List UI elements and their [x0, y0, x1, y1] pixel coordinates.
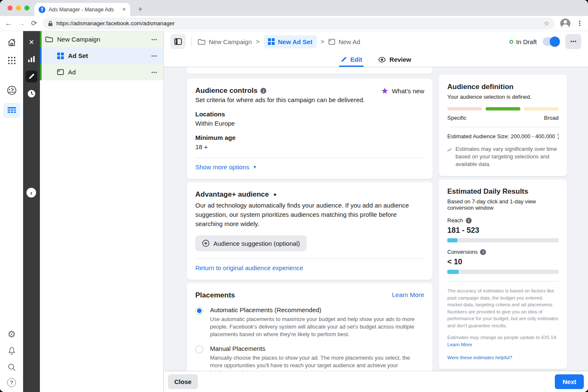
manual-placements-desc: Manually choose the places to show your …: [210, 354, 418, 371]
minimize-window-button[interactable]: [16, 5, 21, 11]
tree-item-label: Ad Set: [68, 52, 147, 59]
bookmark-star-icon[interactable]: ☆: [544, 20, 549, 27]
row-menu-icon[interactable]: ⋯: [151, 36, 158, 43]
primary-nav-rail: ⚙ ?: [0, 31, 23, 392]
info-icon[interactable]: i: [480, 249, 486, 255]
daily-results-title: Estimated Daily Results: [447, 187, 559, 196]
ios-learn-more-link[interactable]: Learn More: [447, 342, 472, 347]
automatic-placements-option[interactable]: Automatic Placements (Recommended) Use a…: [195, 306, 424, 338]
next-button[interactable]: Next: [555, 374, 584, 389]
draft-status-icon: [509, 40, 513, 44]
notifications-bell-icon[interactable]: [6, 345, 17, 356]
locations-label: Locations: [195, 110, 424, 118]
manual-placements-option[interactable]: Manual Placements Manually choose the pl…: [195, 345, 424, 371]
breadcrumb-campaign[interactable]: New Campaign: [198, 38, 252, 45]
trend-icon: [447, 145, 452, 155]
close-editor-icon[interactable]: ✕: [26, 36, 37, 48]
editor-header: New Campaign > New Ad Set > New Ad In Dr…: [164, 31, 588, 52]
caret-down-icon: ▼: [252, 165, 257, 169]
draft-toggle[interactable]: [543, 37, 559, 46]
audience-definition-subtitle: Your audience selection is defined.: [447, 94, 559, 100]
radio-selected-icon[interactable]: [195, 307, 203, 315]
estimates-helpful-link[interactable]: Were these estimates helpful?: [447, 355, 512, 360]
gauge-defined-segment: [486, 107, 520, 110]
charts-icon[interactable]: [26, 53, 37, 65]
breadcrumb-chevron-icon: >: [256, 38, 260, 45]
scale-specific-label: Specific: [447, 115, 467, 121]
back-icon[interactable]: ←: [5, 19, 12, 28]
eye-icon: [378, 57, 386, 63]
tree-item-campaign[interactable]: New Campaign ⋯: [40, 31, 163, 47]
draft-status-label: In Draft: [516, 38, 537, 45]
tree-item-adset[interactable]: Ad Set ⋯: [40, 47, 163, 64]
return-original-audience-link[interactable]: Return to original audience experience: [195, 264, 303, 271]
browser-menu-icon[interactable]: ⋮: [576, 19, 583, 27]
header-more-button[interactable]: ⋯: [565, 34, 581, 49]
audience-suggestion-button[interactable]: Audience suggestion (optional): [195, 235, 307, 251]
row-menu-icon[interactable]: ⋯: [151, 53, 158, 59]
row-menu-icon[interactable]: ⋯: [151, 69, 158, 76]
manual-placements-label: Manual Placements: [210, 345, 418, 352]
home-icon[interactable]: [6, 37, 17, 48]
new-tab-button[interactable]: +: [135, 4, 145, 14]
info-icon[interactable]: i: [260, 88, 266, 94]
pencil-icon: [341, 56, 347, 63]
reach-value: 181 - 523: [447, 226, 559, 235]
whats-new-link[interactable]: ★ What's new: [381, 87, 424, 95]
show-more-options-link[interactable]: Show more options ▼: [195, 163, 257, 171]
profile-avatar[interactable]: [560, 18, 570, 29]
placements-title: Placements: [195, 291, 235, 300]
tab-title: Ads Manager - Manage Ads: [49, 7, 119, 13]
url-bar[interactable]: https://adsmanager.facebook.com/adsmanag…: [43, 18, 554, 29]
collapse-panel-icon[interactable]: ‹: [26, 188, 36, 197]
history-clock-icon[interactable]: [26, 88, 37, 100]
breadcrumb-adset-active[interactable]: New Ad Set: [264, 35, 317, 48]
audience-definition-note: Estimates may vary significantly over ti…: [456, 145, 559, 168]
toggle-sidebar-button[interactable]: [171, 34, 186, 49]
scale-broad-label: Broad: [544, 115, 559, 121]
forward-icon[interactable]: →: [18, 19, 25, 28]
close-window-button[interactable]: [8, 5, 13, 11]
breadcrumb-ad[interactable]: New Ad: [328, 38, 360, 45]
minimum-age-value: 18 +: [195, 143, 424, 150]
whats-new-star-icon: ★: [381, 87, 388, 95]
campaigns-table-icon[interactable]: [3, 103, 20, 118]
estimated-audience-size: Estimated Audience Size: 200,000 - 400,0…: [447, 133, 555, 139]
settings-gear-icon[interactable]: ⚙: [6, 329, 17, 340]
radio-unselected-icon[interactable]: [195, 345, 203, 353]
window-controls[interactable]: [8, 5, 29, 11]
learn-more-link[interactable]: Learn More: [392, 291, 424, 298]
editor-scroll-area[interactable]: Audience controls i Set criteria for whe…: [164, 67, 588, 371]
dashboard-gauge-icon[interactable]: [6, 85, 17, 96]
reload-icon[interactable]: ⟳: [31, 19, 37, 28]
tab-review[interactable]: Review: [378, 52, 411, 67]
campaign-color-strip: [40, 31, 42, 47]
search-icon[interactable]: [6, 362, 17, 373]
sparkle-icon: ✦: [273, 192, 277, 198]
audience-definition-gauge: [447, 107, 559, 110]
close-button[interactable]: Close: [168, 374, 198, 389]
locations-value: Within Europe: [195, 120, 424, 127]
browser-window: f Ads Manager - Manage Ads ✕ + ← → ⟳ htt…: [0, 0, 588, 392]
daily-results-subtitle: Based on 7-day click and 1-day view conv…: [447, 198, 559, 211]
tab-edit[interactable]: Edit: [341, 52, 362, 67]
help-icon[interactable]: ?: [7, 378, 16, 387]
apps-grid-icon[interactable]: [6, 55, 17, 66]
edit-pencil-icon[interactable]: [26, 71, 37, 82]
maximize-window-button[interactable]: [24, 5, 29, 11]
previous-card-partial: [187, 67, 433, 74]
reach-bar-fill: [447, 238, 457, 242]
divider: [192, 37, 192, 46]
tab-close-icon[interactable]: ✕: [122, 7, 126, 12]
tree-item-label: New Campaign: [57, 36, 147, 43]
info-icon[interactable]: i: [558, 134, 559, 139]
edit-review-tabs: Edit Review: [164, 52, 588, 67]
url-text[interactable]: https://adsmanager.facebook.com/adsmanag…: [56, 20, 540, 26]
info-icon[interactable]: i: [466, 218, 472, 224]
facebook-favicon: f: [39, 6, 45, 13]
plus-circle-icon: [202, 239, 210, 247]
tree-item-ad[interactable]: Ad ⋯: [40, 64, 163, 80]
breadcrumb-label: New Ad Set: [278, 38, 312, 45]
whats-new-label: What's new: [392, 87, 424, 95]
browser-tab[interactable]: f Ads Manager - Manage Ads ✕: [34, 3, 130, 16]
